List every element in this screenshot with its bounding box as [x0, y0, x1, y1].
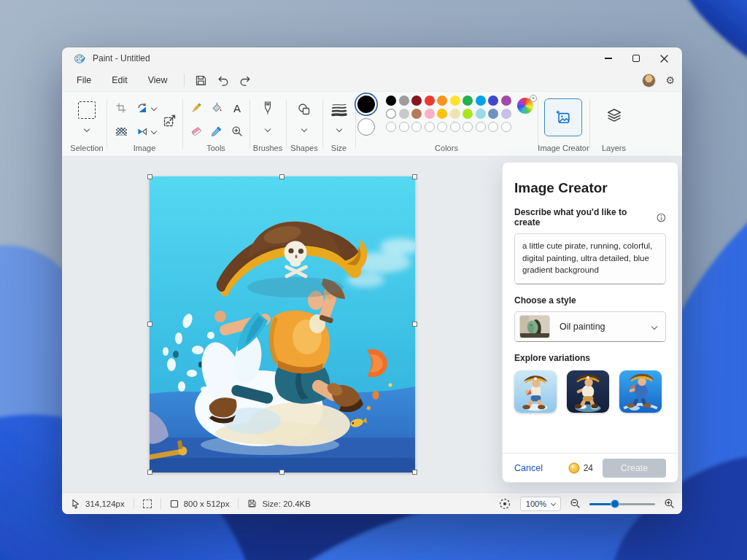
variation-thumbnail-1[interactable]	[514, 370, 557, 413]
eraser-tool[interactable]	[187, 122, 206, 140]
edit-colors-button[interactable]: +	[517, 98, 535, 115]
prompt-textarea[interactable]: a little cute pirate, running, colorful,…	[514, 233, 666, 284]
account-avatar[interactable]	[643, 74, 655, 87]
color-swatch-empty-7[interactable]	[462, 122, 473, 132]
ribbon-toolbar: Selection	[62, 91, 682, 157]
color-swatch-r2-7[interactable]	[462, 109, 473, 119]
color-swatch-r2-9[interactable]	[488, 109, 498, 119]
zoom-in-icon[interactable]	[664, 498, 675, 509]
maximize-button[interactable]	[622, 47, 650, 69]
undo-button[interactable]	[212, 71, 234, 89]
menubar: File Edit View	[62, 69, 682, 91]
credit-coin-icon	[568, 462, 580, 474]
color-swatch-r1-10[interactable]	[501, 96, 511, 106]
resize-handle-top-left[interactable]	[147, 174, 152, 179]
style-dropdown[interactable]: Oil painting	[514, 311, 666, 342]
resize-handle-bottom-right[interactable]	[412, 470, 417, 475]
info-icon[interactable]	[657, 213, 666, 222]
color-swatch-r2-1[interactable]	[386, 109, 396, 119]
color-swatch-r2-6[interactable]	[450, 109, 460, 119]
menu-edit[interactable]: Edit	[101, 72, 138, 88]
layers-button[interactable]	[589, 108, 638, 124]
color-swatch-r2-10[interactable]	[501, 109, 511, 119]
magnifier-tool[interactable]	[228, 122, 247, 140]
close-button[interactable]	[650, 47, 678, 69]
create-button[interactable]: Create	[603, 459, 666, 478]
color-swatch-r1-5[interactable]	[437, 96, 447, 106]
chevron-down-icon	[551, 501, 556, 506]
color-swatch-r2-4[interactable]	[425, 109, 435, 119]
color-swatch-r2-5[interactable]	[437, 109, 447, 119]
resize-handle-mid-right[interactable]	[412, 322, 417, 327]
color-swatch-empty-6[interactable]	[450, 122, 460, 132]
color-swatch-r1-4[interactable]	[425, 96, 435, 106]
color-swatch-r1-3[interactable]	[411, 96, 422, 106]
style-label: Choose a style	[514, 295, 666, 306]
color-swatch-empty-9[interactable]	[488, 122, 498, 132]
crop-button[interactable]	[112, 101, 130, 115]
chevron-down-icon	[336, 126, 341, 132]
menu-view[interactable]: View	[138, 72, 178, 88]
color-swatch-r2-8[interactable]	[476, 109, 486, 119]
canvas[interactable]	[150, 176, 415, 472]
text-tool[interactable]: A	[228, 99, 247, 117]
variation-thumbnail-2[interactable]	[567, 370, 609, 413]
resize-handle-bottom-left[interactable]	[147, 470, 152, 475]
resize-handle-top-right[interactable]	[412, 174, 417, 179]
color-swatch-r1-9[interactable]	[488, 96, 498, 106]
resize-handle-bottom-mid[interactable]	[279, 470, 285, 475]
minimize-button[interactable]	[595, 47, 622, 69]
fit-to-screen-icon[interactable]	[498, 497, 511, 510]
pencil-tool[interactable]	[187, 99, 206, 117]
selection-tool[interactable]	[67, 101, 107, 119]
save-button[interactable]	[190, 71, 212, 89]
variation-thumbnail-3[interactable]	[619, 370, 662, 413]
color-swatch-empty-4[interactable]	[425, 122, 435, 132]
background-color-swatch[interactable]	[357, 118, 375, 136]
size-button[interactable]	[322, 102, 355, 117]
zoom-out-icon[interactable]	[570, 498, 581, 509]
brushes-dropdown[interactable]	[249, 127, 286, 131]
color-swatch-r1-6[interactable]	[450, 96, 460, 106]
fill-tool[interactable]	[207, 99, 226, 117]
cancel-button[interactable]: Cancel	[514, 463, 543, 473]
foreground-color-swatch[interactable]	[357, 96, 375, 113]
color-swatch-r2-2[interactable]	[399, 109, 409, 119]
color-swatch-empty-3[interactable]	[411, 122, 422, 132]
selection-dropdown[interactable]	[67, 127, 107, 131]
settings-gear-icon[interactable]: ⚙	[665, 75, 675, 85]
size-label: Size	[322, 144, 355, 152]
color-swatch-r1-7[interactable]	[462, 96, 473, 106]
color-swatch-r1-2[interactable]	[399, 96, 409, 106]
resize-handle-top-mid[interactable]	[279, 174, 285, 179]
color-swatch-empty-8[interactable]	[476, 122, 486, 132]
color-swatch-r1-8[interactable]	[476, 96, 486, 106]
skew-button[interactable]	[112, 124, 130, 139]
image-creator-label: Image Creator	[538, 144, 589, 152]
resize-handle-mid-left[interactable]	[147, 322, 152, 327]
color-swatch-empty-5[interactable]	[437, 122, 447, 132]
zoom-level-dropdown[interactable]: 100%	[520, 497, 561, 511]
canvas-dimensions: 800 x 512px	[170, 499, 230, 508]
image-creator-button[interactable]	[544, 98, 582, 136]
color-picker-tool[interactable]	[207, 122, 226, 140]
color-swatch-r1-1[interactable]	[386, 96, 396, 106]
rotate-button[interactable]	[134, 101, 158, 115]
color-swatch-empty-2[interactable]	[399, 122, 409, 132]
zoom-slider-thumb[interactable]	[611, 499, 619, 508]
menu-file[interactable]: File	[66, 72, 101, 88]
paint-app-icon	[74, 52, 85, 64]
flip-button[interactable]	[134, 124, 158, 139]
zoom-slider[interactable]	[589, 499, 655, 509]
redo-button[interactable]	[234, 71, 256, 89]
shapes-dropdown[interactable]	[286, 127, 322, 131]
brushes-button[interactable]	[249, 101, 286, 117]
color-swatch-r2-3[interactable]	[411, 109, 422, 119]
color-swatch-empty-1[interactable]	[386, 122, 396, 132]
shapes-button[interactable]	[286, 102, 322, 117]
color-swatch-empty-10[interactable]	[501, 122, 511, 132]
titlebar[interactable]: Paint - Untitled	[62, 47, 682, 69]
size-dropdown[interactable]	[322, 127, 355, 131]
pencil-icon	[190, 101, 203, 114]
resize-image-button[interactable]	[159, 111, 179, 130]
